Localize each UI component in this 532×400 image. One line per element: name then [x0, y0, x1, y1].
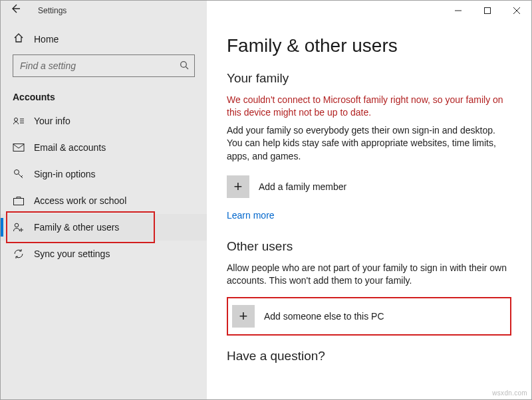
envelope-icon	[13, 142, 25, 153]
home-button[interactable]: Home	[1, 27, 207, 50]
family-description: Add your family so everybody gets their …	[227, 124, 511, 163]
minimize-icon	[455, 7, 462, 14]
svg-line-5	[186, 66, 189, 69]
learn-more-link[interactable]: Learn more	[227, 210, 275, 221]
sidebar: Home Accounts Your info Email & acco	[1, 21, 207, 399]
people-plus-icon	[13, 221, 25, 233]
maximize-icon	[484, 7, 491, 14]
briefcase-icon	[13, 195, 25, 207]
svg-line-13	[21, 175, 23, 177]
sidebar-item-label: Email & accounts	[34, 142, 106, 153]
svg-rect-1	[485, 8, 491, 14]
have-a-question-heading: Have a question?	[227, 349, 511, 363]
close-button[interactable]	[502, 1, 531, 21]
search-icon	[180, 60, 189, 72]
person-card-icon	[13, 115, 25, 127]
family-error-text: We couldn't connect to Microsoft family …	[227, 94, 511, 119]
other-users-heading: Other users	[227, 239, 511, 254]
svg-point-15	[15, 223, 19, 227]
add-family-member-label: Add a family member	[259, 181, 346, 192]
home-icon	[13, 33, 25, 45]
sidebar-item-signin-options[interactable]: Sign-in options	[1, 161, 207, 187]
back-button[interactable]	[1, 1, 30, 21]
key-icon	[13, 168, 25, 180]
search-input[interactable]	[19, 60, 180, 72]
titlebar: Settings	[1, 1, 531, 21]
svg-point-4	[181, 61, 187, 67]
add-family-member-button[interactable]: + Add a family member	[227, 173, 511, 201]
settings-window: Settings Home Accoun	[0, 0, 532, 400]
back-arrow-icon	[10, 3, 21, 14]
add-someone-else-button[interactable]: + Add someone else to this PC	[227, 297, 511, 336]
sidebar-item-label: Family & other users	[34, 222, 119, 233]
section-header-accounts: Accounts	[1, 86, 207, 108]
svg-rect-10	[13, 144, 24, 151]
watermark: wsxdn.com	[492, 389, 527, 397]
search-box[interactable]	[13, 54, 195, 77]
add-someone-else-label: Add someone else to this PC	[264, 311, 384, 322]
sidebar-item-label: Your info	[34, 116, 70, 126]
sync-icon	[13, 248, 25, 260]
sidebar-item-label: Sync your settings	[34, 249, 110, 259]
sidebar-item-sync-settings[interactable]: Sync your settings	[1, 241, 207, 267]
plus-icon: +	[227, 175, 249, 198]
sidebar-item-label: Access work or school	[34, 195, 126, 206]
svg-point-11	[15, 170, 19, 175]
sidebar-item-family-other-users[interactable]: Family & other users	[1, 214, 207, 241]
sidebar-item-label: Sign-in options	[34, 169, 96, 179]
maximize-button[interactable]	[473, 1, 502, 21]
sidebar-item-your-info[interactable]: Your info	[1, 108, 207, 134]
main-content: Family & other users Your family We coul…	[207, 21, 531, 399]
window-title: Settings	[30, 6, 66, 15]
svg-point-6	[15, 118, 18, 122]
minimize-button[interactable]	[444, 1, 473, 21]
close-icon	[513, 7, 520, 14]
home-label: Home	[34, 34, 59, 45]
plus-icon: +	[232, 305, 255, 328]
sidebar-item-access-work-school[interactable]: Access work or school	[1, 187, 207, 214]
other-users-description: Allow people who are not part of your fa…	[227, 262, 511, 288]
svg-rect-14	[14, 199, 24, 205]
sidebar-item-email-accounts[interactable]: Email & accounts	[1, 134, 207, 161]
your-family-heading: Your family	[227, 71, 511, 86]
page-title: Family & other users	[227, 35, 511, 56]
